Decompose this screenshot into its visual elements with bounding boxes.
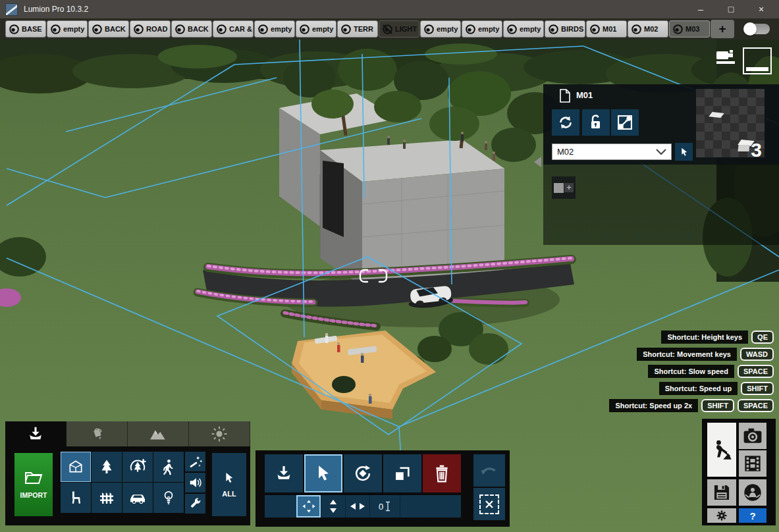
import-icon [275,465,293,482]
shortcut-hints: Shortcut: Height keys QE Shortcut: Movem… [609,330,774,412]
layer-tab-label: empty [312,25,333,33]
reimport-model-button[interactable] [552,109,579,136]
maximize-button[interactable]: □ [720,1,742,17]
layer-visibility-toggle[interactable] [745,24,770,34]
place-object-button[interactable] [265,454,303,492]
document-icon [559,89,571,103]
category-objects-button[interactable] [61,452,91,482]
help-button[interactable]: ? [739,508,766,523]
layer-tab-label: empty [478,25,499,33]
layer-tab-label: CAR & [229,25,252,33]
model-properties-panel: M01 [543,84,779,245]
undo-button[interactable] [473,454,505,487]
layer-tab-car[interactable]: CAR & [213,20,254,38]
layer-tab-terrain[interactable]: TERR [337,20,378,38]
layer-tab-empty-1[interactable]: empty [47,20,88,38]
layer-tab-base[interactable]: BASE [5,20,46,38]
category-character-button[interactable] [153,452,184,482]
model-select-dropdown[interactable]: M02 [552,144,672,160]
scale-model-button[interactable] [611,109,639,136]
pick-model-button[interactable] [675,143,693,161]
rotate-tool-button[interactable] [344,454,382,492]
save-button[interactable] [707,479,736,506]
panorama-mode-button[interactable] [739,479,766,506]
add-layer-button[interactable]: + [711,20,734,38]
tab-materials-mode[interactable] [67,421,128,446]
layer-tab-road[interactable]: ROAD [130,20,171,38]
category-fence-button[interactable] [92,483,122,513]
tab-weather-mode[interactable] [189,421,250,446]
layer-tab-back-2[interactable]: BACK [171,20,212,38]
construction-worker-icon [711,439,733,461]
viewport-frame-button[interactable] [743,47,772,74]
layer-tab-empty-6[interactable]: empty [503,20,544,38]
category-lights-button[interactable] [153,483,184,513]
eye-icon [506,24,518,35]
lock-model-button[interactable] [582,109,610,136]
shortcut-row: Shortcut: Movement keys WASD [609,347,774,361]
category-effects-button[interactable] [185,452,205,471]
transform-value-input[interactable]: 0 [369,495,400,518]
category-transport-button[interactable] [122,483,153,513]
shortcut-row: Shortcut: Height keys QE [609,330,774,344]
layer-tab-m01[interactable]: M01 [586,20,627,38]
viewport-camera-button[interactable] [715,49,738,68]
paint-bucket-icon [88,426,105,442]
layer-tab-label: empty [437,25,458,33]
category-furniture-button[interactable] [61,483,91,513]
select-all-categories-button[interactable]: ALL [212,453,246,516]
shortcut-label: Shortcut: Movement keys [637,348,737,361]
eye-icon [133,24,144,35]
minimize-button[interactable]: – [689,1,712,17]
magic-wand-icon [188,454,203,469]
transform-spacer [400,495,461,518]
scale-tool-button[interactable] [383,454,421,492]
model-thumbnail: 3 [696,89,765,157]
category-mass-placement-button[interactable] [122,452,153,482]
close-button[interactable]: × [750,1,772,17]
move-vertical-button[interactable] [321,495,345,518]
move-tool-button[interactable] [296,495,321,518]
shortcut-label: Shortcut: Speed up [659,382,738,395]
layer-tab-empty-2[interactable]: empty [254,20,295,38]
category-utilities-button[interactable] [185,494,205,514]
undo-column [469,450,510,527]
text-caret-icon [385,501,391,512]
shortcut-key: SHIFT [701,399,734,412]
delete-tool-button[interactable] [423,454,461,492]
category-sound-button[interactable] [185,473,205,492]
thumbnail-shape [738,145,749,151]
deselect-button[interactable] [473,488,505,520]
add-variation-button[interactable]: + [552,176,576,199]
layer-tab-empty-3[interactable]: empty [296,20,336,38]
build-mode-button[interactable] [707,423,736,477]
tab-landscape-mode[interactable] [128,421,189,446]
move-horizontal-button[interactable] [345,495,369,518]
layer-tab-back-1[interactable]: BACK [88,20,129,38]
panel-collapse-arrow[interactable] [534,157,541,167]
import-button-label: IMPORT [20,491,47,499]
import-model-button[interactable]: IMPORT [14,453,53,516]
eye-icon [340,24,352,35]
x-icon [485,500,494,509]
category-nature-button[interactable] [92,452,122,482]
settings-button[interactable] [707,508,736,523]
eye-icon [175,24,186,35]
tab-import-mode[interactable] [5,421,67,446]
car-icon [128,490,147,506]
layer-tab-birds[interactable]: BIRDS [545,20,585,38]
select-tool-button[interactable] [304,454,342,492]
shortcut-key: WASD [740,348,774,361]
layer-tab-empty-5[interactable]: empty [462,20,502,38]
eye-icon [257,24,269,35]
eye-icon [9,24,20,35]
layer-tab-light[interactable]: LIGHT [379,20,419,38]
model-instance-count: 3 [751,139,762,157]
cursor-arrow-icon [679,147,689,157]
photo-mode-button[interactable] [739,423,766,449]
tree-icon [99,458,115,475]
movie-mode-button[interactable] [739,450,766,477]
layer-tab-empty-4[interactable]: empty [420,20,461,38]
layer-tab-m03[interactable]: M03 [669,20,710,38]
layer-tab-m02[interactable]: M02 [628,20,668,38]
